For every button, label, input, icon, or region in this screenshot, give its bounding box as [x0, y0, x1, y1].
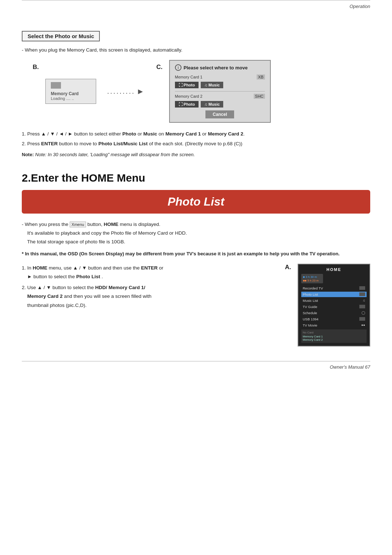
card2-photo-button[interactable]: ⛶ Photo [175, 101, 199, 108]
section2-steps: 1. In HOME menu, use ▲ / ▼ button and th… [22, 264, 278, 310]
section2-note: * In this manual, the OSD (On Screen Dis… [22, 250, 370, 258]
card1-buttons: ⛶ Photo ♫ Music [175, 82, 265, 88]
home-menu-item-tvmovie: TV Movie ●● [301, 323, 367, 328]
step1: 1. In HOME menu, use ▲ / ▼ button and th… [22, 264, 278, 281]
diagram-row: B. Memory Card Loading .... .. .........… [33, 60, 370, 123]
home-top-row: ■ 3 h 30 m ■■ 5 h 23 m [301, 274, 367, 283]
dialog-separator [175, 91, 265, 92]
diagram-b-label: B. [33, 64, 39, 71]
card1-name: Memory Card 1 [175, 75, 203, 79]
card2-row: Memory Card 2 SHC [175, 94, 265, 99]
music-icon-home: ♫ [363, 299, 365, 302]
home-menu-item-recordedtv: Recorded TV [301, 285, 367, 291]
footer: Owner's Manual 67 [22, 361, 370, 370]
home-panel-mc2: Memory Card 2 [303, 338, 365, 341]
instruction-2: 2. Press ENTER button to move to Photo L… [22, 140, 370, 148]
section1-title: Select the Photo or Music [22, 31, 100, 41]
step-a-label: A. [285, 264, 291, 271]
section2-desc: - When you press the Xmenu button, HOME … [22, 220, 370, 247]
card1-music-button[interactable]: ♫ Music [201, 82, 223, 88]
card1-size: XB [257, 74, 265, 80]
photo-icon: ⛶ [179, 83, 183, 87]
photo-list-banner: Photo List [22, 190, 370, 214]
mc-title: Memory Card [51, 91, 91, 96]
section1: Select the Photo or Music - When you plu… [22, 31, 370, 157]
home-panel-mc1: Memory Card 1 [303, 335, 365, 338]
select-dialog: i Please select where to move Memory Car… [169, 60, 271, 123]
card1-row: Memory Card 1 XB [175, 74, 265, 80]
section1-note: Note: Note: In 30 seconds later, 'Loadin… [22, 152, 370, 157]
xmenu-button-icon: Xmenu [70, 222, 86, 227]
desc-line-2: It's available to playback and copy the … [22, 229, 370, 238]
schedule-icon: ◯ [362, 311, 365, 315]
section2-title: 2.Enter the HOME Menu [22, 172, 370, 184]
dialog-icon: i [175, 64, 181, 71]
arrow-dots: ......... ► [107, 87, 146, 96]
home-screen-title: HOME [301, 267, 367, 272]
section2: 2.Enter the HOME Menu Photo List - When … [22, 172, 370, 347]
card2-music-button[interactable]: ♫ Music [201, 101, 223, 108]
home-screen: HOME ■ 3 h 30 m ■■ 5 h 23 m Recorded TV [298, 264, 370, 347]
home-diagram-container: A. HOME ■ 3 h 30 m ■■ 5 h 23 m Recorded … [285, 264, 370, 347]
instructions: 1. Press ▲ / ▼ / ◄ / ► button to select … [22, 130, 370, 148]
step2: 2. Use ▲ / ▼ button to select the HDD/ M… [22, 283, 278, 310]
steps-and-diagram: 1. In HOME menu, use ▲ / ▼ button and th… [22, 264, 370, 347]
dots-text: ......... [107, 87, 135, 96]
card2-buttons: ⛶ Photo ♫ Music [175, 101, 265, 108]
tvmovie-icon: ●● [361, 323, 365, 327]
photo-icon2: ⛶ [179, 102, 183, 106]
diagram-c-label: C. [156, 64, 163, 71]
dialog-title-row: i Please select where to move [175, 64, 265, 71]
home-panel-nocard: No Card [303, 331, 365, 334]
home-right-panel: No Card Memory Card 1 Memory Card 2 [301, 329, 367, 343]
mc-icon [51, 82, 61, 89]
arrow-right-icon: ► [136, 87, 146, 96]
home-menu-item-photolist: Photo List [301, 292, 367, 297]
home-menu-item-musiclist: Music List ♫ [301, 298, 367, 303]
section1-intro: - When you plug the Memory Card, this sc… [22, 47, 370, 53]
desc-line-3: The total storage space of photo file is… [22, 238, 370, 246]
home-menu-item-tvguide: TV Guide [301, 304, 367, 309]
footer-label: Owner's Manual 67 [330, 364, 370, 370]
steps-left: 1. In HOME menu, use ▲ / ▼ button and th… [22, 264, 278, 312]
card2-name: Memory Card 2 [175, 94, 203, 98]
home-menu-item-usb1394: USB 1394 [301, 316, 367, 322]
card1-photo-button[interactable]: ⛶ Photo [175, 82, 199, 88]
music-icon2: ♫ [204, 102, 207, 106]
home-menu-item-schedule: Schedule ◯ [301, 310, 367, 316]
card2-size: SHC [254, 94, 265, 99]
mc-loading: Loading .... .. [51, 96, 91, 101]
home-icon1: ■ 3 h 30 m ■■ 5 h 23 m [301, 274, 323, 283]
instruction-1: 1. Press ▲ / ▼ / ◄ / ► button to select … [22, 130, 370, 138]
dialog-title-text: Please select where to move [184, 65, 248, 70]
music-icon: ♫ [204, 83, 207, 87]
top-border: Operation [22, 0, 370, 9]
page: Operation Select the Photo or Music - Wh… [0, 0, 392, 555]
header-section-label: Operation [350, 4, 370, 9]
memory-card-screen: Memory Card Loading .... .. [45, 79, 96, 104]
home-menu-list: Recorded TV Photo List Music List ♫ [301, 285, 367, 328]
desc-line-1: - When you press the Xmenu button, HOME … [22, 220, 370, 229]
cancel-button[interactable]: Cancel [205, 110, 234, 118]
